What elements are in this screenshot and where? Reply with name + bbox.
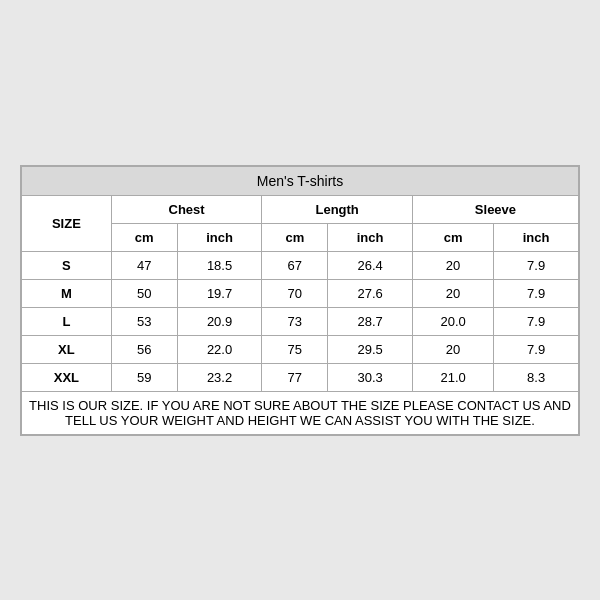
size-header: SIZE [22, 195, 112, 251]
sleeve-cm-cell: 20 [412, 279, 493, 307]
size-cell: XXL [22, 363, 112, 391]
chest-cm-cell: 53 [111, 307, 177, 335]
sleeve-cm-header: cm [412, 223, 493, 251]
table-row: M 50 19.7 70 27.6 20 7.9 [22, 279, 579, 307]
chest-cm-cell: 47 [111, 251, 177, 279]
sleeve-header: Sleeve [412, 195, 578, 223]
chest-cm-cell: 59 [111, 363, 177, 391]
length-inch-cell: 27.6 [328, 279, 413, 307]
sleeve-inch-cell: 7.9 [494, 307, 579, 335]
size-cell: L [22, 307, 112, 335]
header-group-row: SIZE Chest Length Sleeve [22, 195, 579, 223]
length-cm-cell: 75 [262, 335, 328, 363]
length-cm-cell: 67 [262, 251, 328, 279]
size-cell: M [22, 279, 112, 307]
chest-inch-cell: 18.5 [177, 251, 262, 279]
length-cm-header: cm [262, 223, 328, 251]
sleeve-inch-cell: 7.9 [494, 279, 579, 307]
table-row: S 47 18.5 67 26.4 20 7.9 [22, 251, 579, 279]
sleeve-cm-cell: 20.0 [412, 307, 493, 335]
length-cm-cell: 73 [262, 307, 328, 335]
chest-cm-header: cm [111, 223, 177, 251]
table-row: XXL 59 23.2 77 30.3 21.0 8.3 [22, 363, 579, 391]
note-text: THIS IS OUR SIZE. IF YOU ARE NOT SURE AB… [22, 391, 579, 434]
note-row: THIS IS OUR SIZE. IF YOU ARE NOT SURE AB… [22, 391, 579, 434]
sleeve-inch-header: inch [494, 223, 579, 251]
length-inch-cell: 29.5 [328, 335, 413, 363]
chest-inch-cell: 19.7 [177, 279, 262, 307]
length-cm-cell: 70 [262, 279, 328, 307]
chest-inch-cell: 20.9 [177, 307, 262, 335]
chest-cm-cell: 56 [111, 335, 177, 363]
sleeve-cm-cell: 21.0 [412, 363, 493, 391]
chest-header: Chest [111, 195, 262, 223]
sleeve-cm-cell: 20 [412, 335, 493, 363]
size-cell: S [22, 251, 112, 279]
table-title: Men's T-shirts [22, 166, 579, 195]
sleeve-inch-cell: 7.9 [494, 251, 579, 279]
sleeve-inch-cell: 8.3 [494, 363, 579, 391]
table-row: XL 56 22.0 75 29.5 20 7.9 [22, 335, 579, 363]
size-cell: XL [22, 335, 112, 363]
chest-inch-cell: 22.0 [177, 335, 262, 363]
chest-inch-header: inch [177, 223, 262, 251]
title-row: Men's T-shirts [22, 166, 579, 195]
length-inch-cell: 30.3 [328, 363, 413, 391]
chest-inch-cell: 23.2 [177, 363, 262, 391]
sleeve-cm-cell: 20 [412, 251, 493, 279]
length-inch-header: inch [328, 223, 413, 251]
sleeve-inch-cell: 7.9 [494, 335, 579, 363]
table-row: L 53 20.9 73 28.7 20.0 7.9 [22, 307, 579, 335]
length-header: Length [262, 195, 413, 223]
length-inch-cell: 26.4 [328, 251, 413, 279]
length-cm-cell: 77 [262, 363, 328, 391]
chest-cm-cell: 50 [111, 279, 177, 307]
size-chart-container: Men's T-shirts SIZE Chest Length Sleeve … [20, 165, 580, 436]
length-inch-cell: 28.7 [328, 307, 413, 335]
